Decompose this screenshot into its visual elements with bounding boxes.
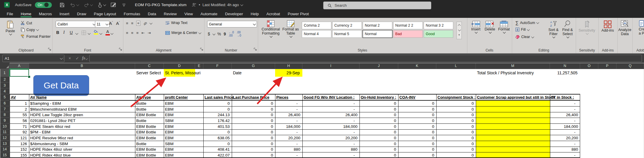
alignment-dialog-launcher-icon[interactable]: [200, 47, 203, 52]
tab-data[interactable]: Data: [144, 10, 160, 18]
cell-C11[interactable]: EBM Bottle: [135, 129, 164, 135]
selected-cell-outline[interactable]: [10, 69, 29, 77]
tab-home[interactable]: Home: [17, 10, 35, 18]
font-dialog-launcher-icon[interactable]: [119, 47, 122, 52]
sensitivity-button[interactable]: Sensitivity: [578, 20, 596, 35]
bold-button[interactable]: B: [56, 30, 59, 35]
cell-N11[interactable]: -: [550, 129, 580, 135]
undo-dropdown-icon[interactable]: [76, 3, 79, 6]
align-left-icon[interactable]: ≡: [126, 31, 128, 35]
table-header-av[interactable]: AV: [10, 94, 29, 100]
cell-D8[interactable]: EBM: [164, 112, 195, 118]
col-header-I[interactable]: I: [302, 63, 360, 69]
cell-A6[interactable]: 1: [10, 100, 29, 106]
cell-G10[interactable]: 0: [232, 123, 275, 129]
redo-icon[interactable]: [84, 3, 89, 7]
tab-page-layout[interactable]: Page Layout: [90, 10, 120, 18]
accounting-dropdown-icon[interactable]: [212, 32, 215, 35]
table-header-on-hold[interactable]: On-Hold Inventory :: [360, 94, 398, 100]
col-header-K[interactable]: K: [398, 63, 436, 69]
tab-macros[interactable]: Macros: [35, 10, 56, 18]
increase-decimal-icon[interactable]: ←.0.00: [229, 31, 234, 37]
cell-C10[interactable]: EBM Bottle: [135, 123, 164, 129]
cell-I8[interactable]: 26,400: [302, 112, 360, 118]
cell-I13[interactable]: -: [302, 141, 360, 147]
document-title[interactable]: EOM FG-PKG Template.xlsm: [135, 3, 186, 7]
cell-D15[interactable]: EBM: [164, 152, 195, 158]
cell-M6[interactable]: [476, 100, 550, 106]
row-header-4[interactable]: 4: [0, 88, 10, 94]
last-modified-dropdown-icon[interactable]: [241, 3, 243, 6]
fill-color-dropdown-icon[interactable]: [99, 32, 102, 35]
decrease-font-icon[interactable]: Aˇ: [116, 21, 120, 26]
number-dialog-launcher-icon[interactable]: [254, 47, 257, 52]
number-format-select[interactable]: General: [207, 21, 257, 28]
cell-K8[interactable]: 0: [398, 112, 436, 118]
tab-developer[interactable]: Developer: [221, 10, 247, 18]
cell-D14[interactable]: EBM: [164, 147, 195, 152]
redo-dropdown-icon[interactable]: [90, 3, 93, 6]
table-header-profit[interactable]: profit Center: [164, 94, 195, 100]
cell-N8[interactable]: 26,400: [550, 112, 580, 118]
comma-style-icon[interactable]: 9: [224, 32, 226, 36]
cell-J12[interactable]: 0: [360, 135, 398, 141]
addins-button[interactable]: Add-ins: [600, 20, 615, 32]
copy-button[interactable]: Copy: [21, 28, 38, 32]
italic-button[interactable]: I: [63, 30, 65, 35]
cell-K14[interactable]: 0: [398, 147, 436, 152]
cell-style-good[interactable]: Good: [424, 30, 453, 38]
table-header-consignment[interactable]: Consignment Stock :: [436, 94, 476, 100]
cell-G11[interactable]: 0: [232, 129, 275, 135]
tab-automate[interactable]: Automate: [197, 10, 221, 18]
create-pdf-button[interactable]: Crea P: [639, 20, 644, 35]
name-box[interactable]: A1: [2, 55, 64, 62]
format-painter-button[interactable]: Format Painter: [21, 34, 51, 39]
decrease-indent-icon[interactable]: ⇤: [142, 31, 145, 35]
format-as-table-button[interactable]: Format as Table: [282, 20, 299, 37]
orientation-dropdown-icon[interactable]: [149, 22, 152, 25]
table-header-type[interactable]: AV Type: [135, 94, 164, 100]
table-header-scrap[interactable]: Customer Scrap approved but still in Sto…: [476, 94, 550, 100]
cell-B6[interactable]: $Sampling - EBM: [29, 100, 135, 106]
cell-G13[interactable]: 0: [232, 141, 275, 147]
tab-formulas[interactable]: Formulas: [120, 10, 144, 18]
col-header-F[interactable]: F: [203, 63, 232, 69]
cell-K15[interactable]: 0: [398, 152, 436, 158]
cell-B8[interactable]: HDPE Law Toggle 28oz green: [29, 112, 135, 118]
cell-M9[interactable]: [476, 118, 550, 123]
cell-F13[interactable]: 0: [203, 141, 232, 147]
row-header-5[interactable]: 5: [0, 94, 10, 100]
cell-D12[interactable]: EBM: [164, 135, 195, 141]
cell-style-normal[interactable]: Normal: [363, 30, 392, 38]
align-bottom-icon[interactable]: ≡: [136, 21, 140, 26]
cell-N7[interactable]: -: [550, 106, 580, 112]
cell-style-currency-2[interactable]: Currency 2: [332, 22, 362, 29]
cell-style-bad[interactable]: Bad: [393, 30, 423, 38]
font-color-dropdown-icon[interactable]: [110, 32, 113, 35]
cell-style-normal-2-2[interactable]: Normal 2 2: [393, 22, 423, 29]
cell-K13[interactable]: 0: [398, 141, 436, 147]
cell-G8[interactable]: 0: [232, 112, 275, 118]
cell-N1[interactable]: 11,257,505: [550, 69, 580, 77]
cell-F9[interactable]: 176.42: [203, 118, 232, 123]
col-header-J[interactable]: J: [360, 63, 398, 69]
excel-icon[interactable]: X: [4, 2, 10, 8]
align-center-icon[interactable]: ≡: [131, 31, 134, 35]
table-header-tt[interactable]: TT in Stock :: [550, 94, 580, 100]
col-header-P[interactable]: P: [598, 63, 616, 69]
cell-C12[interactable]: EBM Bottle: [135, 135, 164, 141]
cell-A11[interactable]: 92: [10, 129, 29, 135]
cell-A10[interactable]: 71: [10, 123, 29, 129]
styles-gallery-scrollbar[interactable]: ▾: [456, 22, 462, 39]
cell-G1[interactable]: Date: [232, 69, 275, 77]
row-header-9[interactable]: 9: [0, 118, 10, 123]
cell-L13[interactable]: 0: [436, 141, 476, 147]
cell-H14[interactable]: 880: [275, 147, 302, 152]
cell-I6[interactable]: -: [302, 100, 360, 106]
cell-K11[interactable]: 0: [398, 129, 436, 135]
row-header-12[interactable]: 12: [0, 135, 10, 141]
find-select-button[interactable]: Find & Select: [560, 20, 575, 38]
cancel-icon[interactable]: ×: [69, 56, 71, 61]
cell-J7[interactable]: 0: [360, 106, 398, 112]
cell-M1[interactable]: Total Stock / Physical Invenotry: [476, 69, 550, 77]
